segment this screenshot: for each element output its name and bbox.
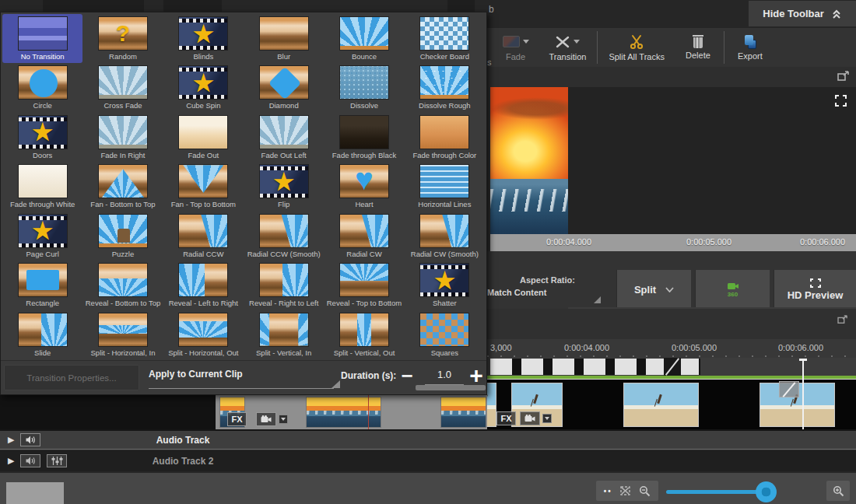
- transition-thumbnail: [259, 263, 309, 297]
- transition-tile[interactable]: Blur: [244, 14, 324, 63]
- fade-icon: [503, 36, 520, 47]
- transition-tile[interactable]: Fade through White: [2, 162, 82, 211]
- hd-preview-button[interactable]: HD Preview: [774, 270, 856, 309]
- transition-tile[interactable]: Horizontal Lines: [405, 162, 485, 211]
- snap-disabled-icon[interactable]: [619, 485, 631, 496]
- aspect-ratio-dropdown[interactable]: Match Content: [487, 288, 605, 305]
- transition-tile[interactable]: Radial CCW: [163, 212, 244, 261]
- transition-tile[interactable]: Heart: [324, 162, 404, 211]
- transition-tile[interactable]: Fan - Top to Bottom: [163, 162, 244, 211]
- transition-properties-button[interactable]: Transition Properties...: [4, 365, 139, 390]
- transition-tile[interactable]: Puzzle: [82, 212, 163, 261]
- transition-tile[interactable]: Fade through Black: [324, 113, 404, 162]
- popout-icon[interactable]: [837, 71, 850, 82]
- transition-tile[interactable]: Fade through Color: [405, 113, 485, 162]
- apply-to-dropdown[interactable]: Apply to Current Clip: [149, 369, 335, 389]
- transition-tile[interactable]: Radial CW (Smooth): [405, 212, 485, 261]
- scrollbar-corner[interactable]: [6, 482, 64, 504]
- zoom-out-icon[interactable]: [639, 485, 651, 497]
- video-clip[interactable]: [306, 397, 381, 428]
- transition-label: No Transition: [21, 53, 65, 61]
- transition-tile[interactable]: Reveal - Top to Bottom: [324, 261, 404, 310]
- play-icon[interactable]: ▶: [8, 456, 14, 466]
- zoom-in-icon: [833, 485, 844, 497]
- transition-tile[interactable]: Checker Board: [405, 14, 485, 63]
- split-button[interactable]: Split: [616, 270, 691, 309]
- transition-thumbnail: [339, 313, 389, 347]
- aspect-ratio-label: Aspect Ratio:: [520, 275, 575, 285]
- transition-tile[interactable]: ★ Doors: [2, 113, 82, 162]
- transition-tile[interactable]: Split - Horizontal, In: [82, 310, 163, 359]
- hide-toolbar-button[interactable]: Hide Toolbar: [749, 1, 856, 26]
- popup-scrollbar[interactable]: [416, 385, 486, 390]
- transition-tile[interactable]: ★ Page Curl: [2, 212, 82, 261]
- fx-badge[interactable]: FX: [496, 411, 516, 425]
- slider-handle[interactable]: [756, 481, 777, 502]
- split-all-tracks-button[interactable]: Split All Tracks: [599, 28, 674, 67]
- transition-tile[interactable]: ★ Cube Spin: [163, 63, 244, 112]
- transition-tile[interactable]: Reveal - Bottom to Top: [82, 261, 163, 310]
- transition-tile[interactable]: Reveal - Left to Right: [163, 261, 244, 310]
- zoom-in-button[interactable]: [826, 481, 850, 501]
- transition-badge[interactable]: [779, 381, 799, 397]
- video-track-clips[interactable]: FX: [487, 379, 856, 429]
- ruler-time: 3,000: [490, 343, 512, 352]
- mute-speaker-button[interactable]: [20, 454, 40, 467]
- transition-tile[interactable]: Dissolve Rough: [405, 63, 485, 112]
- video-clip[interactable]: [623, 383, 699, 427]
- transition-tile[interactable]: Circle: [2, 63, 82, 112]
- export-button[interactable]: Export: [726, 28, 774, 67]
- transition-tile[interactable]: Dissolve: [324, 63, 404, 112]
- timeline-zoom-slider[interactable]: [666, 490, 770, 494]
- transition-thumbnail: [18, 263, 68, 297]
- transition-button[interactable]: Transition: [540, 28, 596, 67]
- transition-tile[interactable]: Squares: [405, 310, 485, 359]
- transition-tile[interactable]: Fade In Right: [82, 113, 163, 162]
- transition-tile[interactable]: Reveal - Right to Left: [244, 261, 324, 310]
- preview-scrubber[interactable]: 0:00:04.000 0:00:05.000 0:00:06.000: [490, 234, 856, 251]
- transition-tile[interactable]: Slide: [2, 310, 82, 359]
- transition-tile[interactable]: ★ Flip: [244, 162, 324, 211]
- duration-decrease-button[interactable]: −: [396, 362, 418, 389]
- transition-tile[interactable]: Split - Vertical, Out: [324, 310, 404, 359]
- fade-button[interactable]: Fade: [492, 28, 540, 67]
- transition-tile[interactable]: ? Random: [82, 14, 163, 63]
- popout-icon[interactable]: [837, 315, 848, 324]
- transition-tile[interactable]: Radial CCW (Smooth): [244, 212, 324, 261]
- play-icon[interactable]: ▶: [8, 435, 14, 445]
- transition-tile[interactable]: Split - Horizontal, Out: [163, 310, 244, 359]
- transition-tile[interactable]: Diamond: [244, 63, 324, 112]
- clip-camera-badge[interactable]: [520, 411, 540, 425]
- duration-value-field[interactable]: 1.0: [425, 369, 464, 385]
- mixer-button[interactable]: [47, 454, 67, 467]
- badge-dropdown[interactable]: [279, 415, 288, 424]
- camera-icon: [261, 415, 272, 423]
- transition-tile[interactable]: Bounce: [324, 14, 404, 63]
- mute-speaker-button[interactable]: [20, 433, 40, 446]
- fullscreen-icon[interactable]: [835, 95, 847, 107]
- transition-thumbnail: [178, 313, 228, 347]
- transition-tile[interactable]: Radial CW: [324, 212, 404, 261]
- video-clip[interactable]: [440, 397, 486, 428]
- transition-tile[interactable]: Rectangle: [2, 261, 82, 310]
- sequence-playhead[interactable]: [802, 359, 804, 429]
- badge-dropdown[interactable]: [542, 414, 552, 423]
- transition-tile[interactable]: ★ Shatter: [405, 261, 485, 310]
- transition-tile[interactable]: Fade Out Left: [244, 113, 324, 162]
- transition-tile[interactable]: Fan - Bottom to Top: [82, 162, 163, 211]
- transition-tile[interactable]: Cross Fade: [82, 63, 163, 112]
- transition-label: Split - Vertical, Out: [334, 349, 395, 357]
- duration-label: Duration (s):: [341, 370, 396, 381]
- transition-tile[interactable]: Fade Out: [163, 113, 244, 162]
- transition-thumbnail: [259, 115, 309, 149]
- transition-tile[interactable]: ★ Blinds: [163, 14, 244, 63]
- clip-camera-badge[interactable]: [256, 412, 276, 426]
- view-360-button[interactable]: 360: [695, 270, 770, 309]
- fx-badge[interactable]: FX: [227, 412, 247, 426]
- transition-tile[interactable]: No Transition: [2, 14, 82, 63]
- more-options-icon[interactable]: ••: [604, 487, 612, 495]
- transition-tile[interactable]: Split - Vertical, In: [244, 310, 324, 359]
- selected-clip-strip[interactable]: FX: [216, 395, 487, 429]
- delete-button[interactable]: Delete: [674, 28, 722, 67]
- timeline-ruler[interactable]: 3,000 0:00:04.000 0:00:05.000 0:00:06.00…: [487, 339, 856, 358]
